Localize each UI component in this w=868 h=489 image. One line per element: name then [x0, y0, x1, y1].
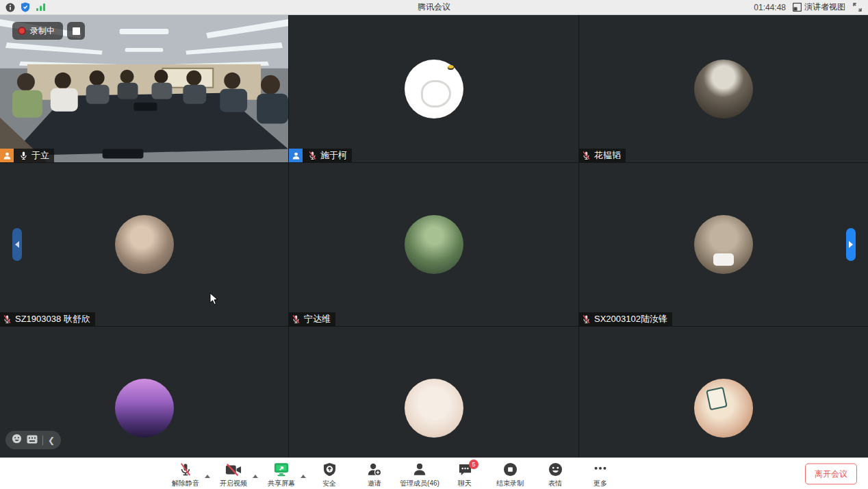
video-grid: 录制中 于立	[0, 15, 868, 489]
participant-nameplate: SX2003102陆汝锋	[579, 312, 672, 326]
video-tile-lurufeng[interactable]: SX2003102陆汝锋	[579, 163, 868, 326]
avatar	[694, 379, 753, 438]
network-signal-icon[interactable]	[36, 3, 46, 12]
chevron-right-icon	[849, 241, 853, 248]
more-label: 更多	[593, 479, 607, 488]
leave-meeting-button[interactable]: 离开会议	[805, 463, 857, 484]
more-button[interactable]: 更多	[578, 460, 622, 488]
video-tile-ningdawei[interactable]: 宁达维	[289, 163, 578, 326]
avatar	[694, 215, 753, 274]
reactions-button[interactable]: 表情	[533, 460, 577, 488]
members-icon	[413, 462, 426, 477]
recording-label: 录制中	[30, 25, 55, 37]
unmute-label: 解除静音	[172, 479, 199, 488]
mic-muted-icon	[581, 314, 591, 325]
participant-name: SX2003102陆汝锋	[594, 312, 667, 326]
mic-muted-icon	[2, 314, 12, 325]
layout-icon	[793, 3, 802, 12]
collapse-chevron-icon[interactable]: ❮	[48, 436, 55, 444]
record-dot-icon	[18, 27, 26, 35]
more-icon	[593, 462, 608, 477]
bottom-toolbar: 解除静音 开启视频 共享屏幕 安全	[0, 457, 868, 489]
participant-name: 宁达维	[304, 312, 331, 326]
start-video-label: 开启视频	[220, 479, 247, 488]
titlebar: 腾讯会议 01:44:48 演讲者视图	[0, 0, 868, 15]
mic-on-icon	[18, 151, 29, 161]
participant-name: 于立	[31, 149, 49, 162]
divider	[42, 436, 43, 445]
participant-nameplate: 于立	[0, 149, 54, 162]
meeting-timer: 01:44:48	[754, 3, 786, 12]
meeting-window: 腾讯会议 01:44:48 演讲者视图	[0, 0, 868, 489]
security-shield-icon	[323, 462, 336, 477]
stop-recording-square-button[interactable]	[67, 22, 85, 40]
security-button[interactable]: 安全	[307, 460, 351, 488]
avatar	[694, 60, 753, 118]
avatar	[405, 215, 463, 274]
previous-page-arrow[interactable]	[12, 228, 22, 261]
video-tile-gengshuxin[interactable]: SZ1903038 耿舒欣	[0, 163, 288, 326]
next-page-arrow[interactable]	[846, 228, 856, 261]
titlebar-right: 01:44:48 演讲者视图	[754, 1, 863, 13]
mic-muted-icon	[179, 462, 192, 477]
titlebar-left-icons	[5, 2, 46, 12]
window-title: 腾讯会议	[0, 1, 868, 13]
mic-muted-icon	[307, 151, 318, 161]
chat-label: 聊天	[458, 479, 472, 488]
invite-label: 邀请	[368, 479, 381, 488]
start-video-button[interactable]: 开启视频	[212, 460, 255, 488]
reactions-label: 表情	[548, 479, 562, 488]
screen-share-icon	[273, 462, 290, 477]
caption-keyboard-icon[interactable]	[27, 434, 38, 447]
chat-button[interactable]: 5 聊天	[443, 460, 487, 488]
participant-nameplate: SZ1903038 耿舒欣	[0, 312, 95, 326]
avatar	[115, 215, 174, 274]
stop-recording-label: 结束录制	[496, 479, 524, 488]
self-badge-icon	[289, 149, 303, 162]
toolbar-buttons: 解除静音 开启视频 共享屏幕 安全	[164, 460, 622, 488]
info-icon[interactable]	[5, 3, 15, 12]
mic-muted-icon	[291, 314, 301, 325]
video-tile-huayuntao[interactable]: 花韫韬	[579, 15, 868, 162]
security-label: 安全	[322, 479, 336, 488]
camera-off-icon	[225, 462, 242, 477]
fit-window-icon[interactable]	[852, 2, 863, 12]
unmute-button[interactable]: 解除静音	[164, 460, 207, 488]
invite-icon	[367, 462, 382, 477]
stop-recording-icon	[503, 462, 518, 477]
recording-indicator: 录制中	[12, 22, 85, 40]
participant-name: 施于柯	[320, 149, 347, 162]
smiley-icon[interactable]	[12, 434, 22, 447]
manage-members-label: 管理成员(46)	[400, 479, 439, 488]
share-screen-button[interactable]: 共享屏幕	[259, 460, 303, 488]
speaker-view-label: 演讲者视图	[804, 1, 845, 13]
participant-name: 花韫韬	[594, 149, 621, 162]
recording-badge: 录制中	[12, 22, 63, 40]
participant-nameplate: 花韫韬	[579, 149, 626, 162]
participant-nameplate: 施于柯	[289, 149, 352, 162]
stop-recording-button[interactable]: 结束录制	[488, 460, 532, 488]
mic-muted-icon	[581, 151, 591, 161]
emoji-icon	[548, 462, 563, 477]
share-screen-label: 共享屏幕	[268, 479, 295, 488]
chat-unread-badge: 5	[469, 460, 478, 469]
invite-button[interactable]: 邀请	[353, 460, 396, 488]
avatar	[405, 379, 463, 438]
chevron-left-icon	[15, 241, 19, 248]
host-badge-icon	[0, 149, 14, 162]
shield-protect-icon[interactable]	[21, 2, 30, 12]
avatar	[405, 60, 463, 118]
video-tile-yuli[interactable]: 录制中 于立	[0, 15, 288, 162]
speaker-view-button[interactable]: 演讲者视图	[793, 1, 845, 13]
video-tile-shiyuke[interactable]: 施于柯	[289, 15, 578, 162]
participant-name: SZ1903038 耿舒欣	[15, 312, 90, 326]
avatar	[115, 379, 174, 438]
manage-members-button[interactable]: 管理成员(46)	[398, 460, 442, 488]
quick-reaction-pill[interactable]: ❮	[5, 431, 61, 449]
participant-nameplate: 宁达维	[289, 312, 335, 326]
